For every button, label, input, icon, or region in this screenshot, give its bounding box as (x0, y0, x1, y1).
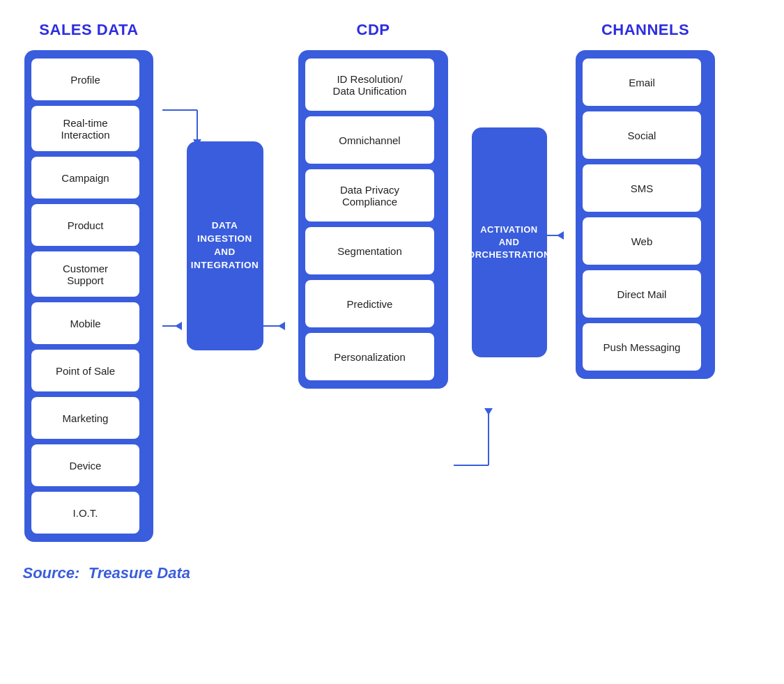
cdp-title: CDP (357, 21, 390, 39)
sales-data-title: SALES DATA (39, 21, 138, 39)
channels-column: CHANNELS Email Social SMS Web Direct Mai… (571, 21, 721, 379)
channel-direct-mail: Direct Mail (583, 270, 701, 318)
channel-email: Email (583, 59, 701, 106)
ingestion-box: DATAINGESTIONANDINTEGRATION (187, 141, 263, 350)
activation-box: ACTIVATIONANDORCHESTRATION (472, 127, 547, 357)
svg-marker-6 (278, 322, 285, 330)
ingestion-area: DATAINGESTIONANDINTEGRATION (162, 61, 288, 350)
cdp-item-data-privacy: Data PrivacyCompliance (305, 169, 434, 221)
cdp-item-personalization: Personalization (305, 333, 434, 380)
sales-item-marketing: Marketing (31, 397, 139, 439)
cdp-item-segmentation: Segmentation (305, 227, 434, 274)
channels-title: CHANNELS (601, 21, 689, 39)
sales-outer-box: Profile Real-timeInteraction Campaign Pr… (24, 50, 153, 542)
activation-area: ACTIVATIONANDORCHESTRATION (454, 61, 565, 357)
sales-data-column: SALES DATA Profile Real-timeInteraction … (16, 21, 162, 542)
sales-item-product: Product (31, 204, 139, 246)
sales-item-customer-support: CustomerSupport (31, 251, 139, 297)
cdp-item-id-resolution: ID Resolution/Data Unification (305, 59, 434, 111)
svg-marker-11 (484, 408, 493, 415)
diagram-wrapper: SALES DATA Profile Real-timeInteraction … (16, 21, 769, 582)
channel-web: Web (583, 217, 701, 265)
sales-item-mobile: Mobile (31, 302, 139, 344)
sales-item-campaign: Campaign (31, 157, 139, 199)
sales-item-device: Device (31, 444, 139, 486)
columns-wrapper: SALES DATA Profile Real-timeInteraction … (16, 21, 769, 542)
svg-marker-4 (175, 322, 182, 330)
source-prefix: Source: (23, 564, 80, 582)
channels-outer-box: Email Social SMS Web Direct Mail Push Me… (576, 50, 715, 379)
svg-marker-8 (557, 231, 564, 240)
channel-sms: SMS (583, 164, 701, 212)
sales-item-realtime: Real-timeInteraction (31, 106, 139, 151)
sales-item-iot: I.O.T. (31, 492, 139, 534)
cdp-item-omnichannel: Omnichannel (305, 116, 434, 164)
cdp-outer-box: ID Resolution/Data Unification Omnichann… (298, 50, 448, 389)
channel-push-messaging: Push Messaging (583, 323, 701, 371)
source-line: Source: Treasure Data (23, 564, 191, 582)
sales-item-point-of-sale: Point of Sale (31, 350, 139, 391)
source-name: Treasure Data (89, 564, 190, 582)
sales-item-profile: Profile (31, 59, 139, 100)
cdp-column: CDP ID Resolution/Data Unification Omnic… (293, 21, 454, 389)
cdp-item-predictive: Predictive (305, 280, 434, 327)
channel-social: Social (583, 111, 701, 159)
